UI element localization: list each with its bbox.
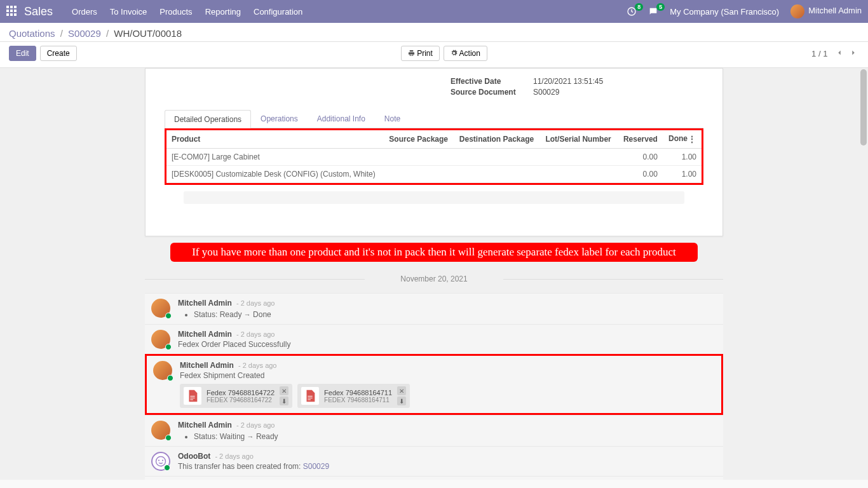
attachment-download-icon[interactable]: ⬇ — [280, 396, 288, 405]
attachment-remove-icon[interactable]: ✕ — [397, 386, 406, 395]
cell-product: [E-COM07] Large Cabinet — [166, 149, 384, 166]
cell-product: [DESK0005] Customizable Desk (CONFIG) (C… — [166, 166, 384, 183]
avatar[interactable] — [153, 361, 172, 380]
attachment-sub: FEDEX 794688164722 — [207, 396, 275, 403]
chat-badge[interactable]: 5 — [648, 6, 658, 17]
breadcrumb: Quotations / S00029 / WH/OUT/00018 — [9, 28, 859, 39]
table-row[interactable]: [DESK0005] Customizable Desk (CONFIG) (C… — [166, 166, 702, 183]
pdf-icon — [184, 387, 201, 405]
tab-operations[interactable]: Operations — [251, 109, 308, 128]
svg-point-2 — [158, 459, 159, 461]
th-dest-pkg[interactable]: Destination Package — [454, 130, 541, 149]
message: Mitchell Admin - 2 days agoFedex Order P… — [145, 324, 723, 354]
source-doc-label: Source Document — [451, 88, 533, 97]
form-sheet: Effective Date 11/20/2021 13:51:45 Sourc… — [145, 68, 723, 236]
tab-additional-info[interactable]: Additional Info — [308, 109, 375, 128]
avatar[interactable] — [151, 452, 170, 471]
attachment-remove-icon[interactable]: ✕ — [280, 386, 288, 395]
content-area: Effective Date 11/20/2021 13:51:45 Sourc… — [0, 68, 868, 480]
pager-text: 1 / 1 — [811, 49, 827, 58]
th-lot[interactable]: Lot/Serial Number — [540, 130, 617, 149]
clock-badge[interactable]: 8 — [627, 6, 637, 17]
message: Mitchell Admin - 2 days agoStatus: Waiti… — [145, 415, 723, 446]
th-product[interactable]: Product — [166, 130, 384, 149]
status-change: Status: Ready → Done — [194, 310, 717, 319]
message-time: - 2 days ago — [213, 452, 254, 460]
message-time: - 2 days ago — [234, 421, 275, 429]
menu-reporting[interactable]: Reporting — [205, 7, 241, 17]
th-reserved[interactable]: Reserved — [618, 130, 663, 149]
date-separator: November 20, 2021 — [145, 274, 723, 283]
message: Mitchell Admin - 2 days agoFedex Shipmen… — [145, 354, 723, 415]
breadcrumb-current: WH/OUT/00018 — [114, 28, 182, 39]
operations-table-highlight: Product Source Package Destination Packa… — [165, 128, 703, 185]
tab-note[interactable]: Note — [375, 109, 410, 128]
attachment[interactable]: Fedex 794688164722FEDEX 794688164722 ✕⬇ — [180, 384, 292, 408]
apps-icon[interactable] — [6, 6, 18, 17]
pager-next[interactable] — [848, 47, 859, 60]
create-button[interactable]: Create — [40, 46, 77, 61]
edit-button[interactable]: Edit — [9, 46, 36, 61]
attachment-name: Fedex 794688164722 — [207, 389, 275, 396]
user-menu[interactable]: Mitchell Admin — [790, 4, 862, 18]
message-text: Fedex Shipment Created — [180, 371, 715, 380]
annotation-callout: If you have more than one product and it… — [170, 243, 698, 262]
tab-detailed-operations[interactable]: Detailed Operations — [165, 110, 251, 128]
message-author[interactable]: Mitchell Admin - 2 days ago — [180, 361, 715, 370]
svg-point-1 — [156, 457, 166, 466]
th-source-pkg[interactable]: Source Package — [384, 130, 454, 149]
bot-icon — [155, 456, 166, 467]
message: OdooBot - 2 days agoThis transfer has be… — [145, 446, 723, 476]
pager-prev[interactable] — [834, 47, 845, 60]
source-link[interactable]: S00029 — [303, 462, 329, 471]
message-time: - 2 days ago — [234, 330, 275, 338]
cell-reserved: 0.00 — [618, 149, 663, 166]
message-text: Fedex Order Placed Successfully — [178, 340, 717, 349]
effective-date-value: 11/20/2021 13:51:45 — [533, 77, 603, 86]
scroll-thumb[interactable] — [860, 69, 867, 146]
attachment-download-icon[interactable]: ⬇ — [397, 396, 406, 405]
clock-count: 8 — [635, 3, 643, 11]
company-selector[interactable]: My Company (San Francisco) — [670, 7, 779, 17]
message-text: This transfer has been created from: S00… — [178, 462, 717, 471]
chat-count: 5 — [656, 3, 665, 11]
menu-orders[interactable]: Orders — [72, 7, 97, 17]
avatar[interactable] — [151, 330, 170, 349]
message-author[interactable]: OdooBot - 2 days ago — [178, 452, 717, 461]
effective-date-label: Effective Date — [451, 77, 533, 86]
tabs: Detailed Operations Operations Additiona… — [165, 109, 703, 128]
attachment[interactable]: Fedex 794688164711FEDEX 794688164711 ✕⬇ — [297, 384, 410, 408]
scrollbar[interactable] — [859, 68, 868, 480]
menu-products[interactable]: Products — [159, 7, 192, 17]
avatar[interactable] — [151, 299, 170, 318]
cell-reserved: 0.00 — [618, 166, 663, 183]
avatar[interactable] — [151, 421, 170, 440]
menu-configuration[interactable]: Configuration — [254, 7, 302, 17]
brand-title[interactable]: Sales — [24, 5, 53, 18]
gear-icon — [451, 50, 458, 57]
message: OdooBot - 2 days agoTransfer created — [145, 476, 723, 480]
message-time: - 2 days ago — [236, 362, 277, 369]
column-menu-icon[interactable]: ⋮ — [688, 134, 696, 144]
message-author[interactable]: Mitchell Admin - 2 days ago — [178, 299, 717, 308]
message-author[interactable]: Mitchell Admin - 2 days ago — [178, 330, 717, 339]
cell-done: 1.00 — [663, 149, 702, 166]
message-author[interactable]: Mitchell Admin - 2 days ago — [178, 421, 717, 430]
message-time: - 2 days ago — [234, 299, 275, 307]
source-doc-value: S00029 — [533, 88, 559, 97]
breadcrumb-quotations[interactable]: Quotations — [9, 28, 55, 39]
print-icon — [408, 50, 415, 57]
menu-to-invoice[interactable]: To Invoice — [110, 7, 147, 17]
th-done[interactable]: Done ⋮ — [663, 130, 702, 149]
toolbar: Edit Create Print Action 1 / 1 — [0, 42, 868, 68]
top-nav: Sales Orders To Invoice Products Reporti… — [0, 0, 868, 23]
table-row[interactable]: [E-COM07] Large Cabinet0.001.00 — [166, 149, 702, 166]
status-change: Status: Waiting → Ready — [194, 432, 717, 441]
action-button[interactable]: Action — [444, 46, 487, 61]
print-button[interactable]: Print — [401, 46, 440, 61]
chevron-right-icon — [849, 48, 858, 57]
breadcrumb-bar: Quotations / S00029 / WH/OUT/00018 — [0, 23, 868, 42]
chatter: November 20, 2021 Mitchell Admin - 2 day… — [145, 274, 723, 480]
breadcrumb-order[interactable]: S00029 — [68, 28, 101, 39]
main-menu: Orders To Invoice Products Reporting Con… — [72, 7, 302, 17]
